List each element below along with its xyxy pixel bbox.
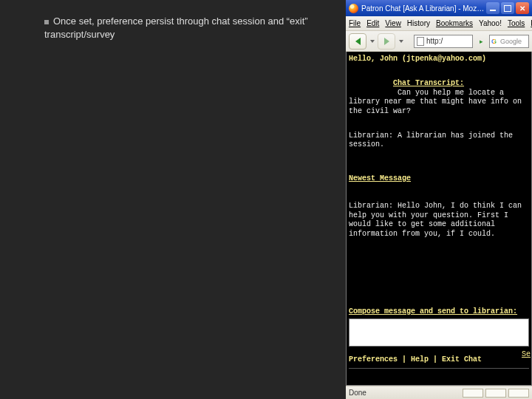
compose-area: Compose message and send to librarian: S… [349,307,529,347]
transcript-block: Chat Transcript: Can you help me locate … [349,70,529,126]
url-text: http:/ [426,37,443,45]
google-icon [491,38,499,45]
chat-footer-links: Preferences | Help | Exit Chat [349,355,529,369]
menu-file[interactable]: File [349,19,361,27]
menu-view[interactable]: View [385,19,401,27]
newest-label: Newest Message [349,174,529,184]
menubar: File Edit View History Bookmarks Yahoo! … [346,16,532,31]
titlebar[interactable]: Patron Chat [Ask A Librarian] - Mozilla … [346,0,532,16]
back-button[interactable] [349,33,366,50]
close-button[interactable]: ✕ [516,2,529,14]
preferences-link[interactable]: Preferences [349,355,398,364]
forward-button[interactable] [378,33,395,50]
arrow-left-icon [355,38,361,45]
search-placeholder: Google [500,38,522,45]
menu-bookmarks[interactable]: Bookmarks [436,19,473,27]
newest-block: Newest Message Librarian: Hello John, I … [349,156,529,258]
minimize-button[interactable] [486,2,499,14]
menu-edit[interactable]: Edit [366,19,379,27]
page-icon [417,37,424,46]
compose-label: Compose message and send to librarian: [349,307,529,316]
statusbar: Done [346,386,532,399]
chat-page: Hello, John (jtpenka@yahoo.com) Chat Tra… [346,52,532,386]
menu-history[interactable]: History [407,19,430,27]
status-panel [508,389,529,398]
divider [349,368,529,369]
status-panel [463,389,483,398]
menu-yahoo[interactable]: Yahoo! [479,19,502,27]
maximize-button[interactable] [501,2,514,14]
help-link[interactable]: Help [411,355,429,364]
firefox-icon [349,4,358,13]
transcript-label: Chat Transcript: [393,79,464,87]
nav-toolbar: http:/ ▸ Google [346,31,532,52]
search-box[interactable]: Google [489,35,529,48]
message-input[interactable] [349,318,529,347]
librarian-joined: Librarian: A librarian has joined the se… [349,132,529,150]
status-text: Done [349,389,366,397]
caption-text: Once set, preference persist through cha… [44,16,308,40]
forward-history-dropdown[interactable] [399,40,403,43]
browser-window: Patron Chat [Ask A Librarian] - Mozilla … [346,0,532,399]
newest-body: Librarian: Hello John, I do think I can … [349,202,529,239]
menu-tools[interactable]: Tools [508,19,525,27]
go-button[interactable]: ▸ [476,38,486,45]
back-history-dropdown[interactable] [370,40,375,43]
chat-transcript-area[interactable]: Hello, John (jtpenka@yahoo.com) Chat Tra… [349,55,529,286]
greeting-line: Hello, John (jtpenka@yahoo.com) [349,55,529,64]
arrow-right-icon [384,38,389,45]
address-bar[interactable]: http:/ [414,35,473,48]
caption-block: Once set, preference persist through cha… [44,15,332,41]
status-panel [485,389,506,398]
window-title: Patron Chat [Ask A Librarian] - Mozilla … [361,4,485,13]
bullet-icon [44,20,49,24]
exit-chat-link[interactable]: Exit Chat [442,355,482,364]
